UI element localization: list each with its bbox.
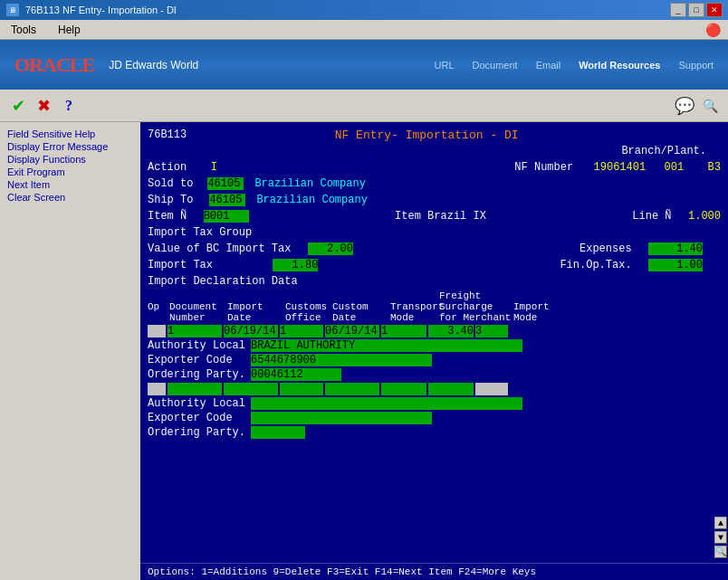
sidebar-field-sensitive-help[interactable]: Field Sensitive Help [7, 128, 133, 140]
help-button[interactable]: ? [58, 95, 80, 117]
sidebar-exit-program[interactable]: Exit Program [7, 166, 133, 178]
grid-data-row-1 [148, 325, 721, 338]
grid2-doc-input[interactable] [168, 383, 222, 395]
nav-support[interactable]: Support [678, 60, 714, 71]
col-freight-header: Freight Surcharge [439, 290, 512, 312]
line-n-label: Line Ñ [632, 210, 671, 223]
ordering-party-2-input[interactable] [251, 426, 305, 439]
col-custom-date-sub-header: Date [332, 312, 388, 323]
nav-url[interactable]: URL [435, 60, 455, 71]
authority-local-row-2: Authority Local [148, 397, 721, 410]
nf-number-part2: 001 [665, 161, 685, 174]
nav-document[interactable]: Document [473, 60, 518, 71]
exporter-code-1-input[interactable] [251, 354, 432, 366]
app-icon: 🖥 [5, 3, 20, 17]
nav-world-resources[interactable]: World Resources [579, 60, 660, 71]
col-freight-sub-header: for Merchant [439, 312, 512, 323]
col-import-date-header: Import [227, 301, 283, 312]
ship-to-code-input[interactable] [209, 194, 245, 206]
col-doc-number-header: Number [169, 312, 225, 323]
import-tax-row: Import Tax Fin.Op.Tax. [148, 258, 721, 272]
grid2-custom-date-input[interactable] [325, 383, 379, 395]
nf-number-label: NF Number [514, 161, 573, 174]
col-op-header2 [148, 312, 168, 323]
branch-plant-label: Branch/Plant. [621, 145, 706, 157]
grid-import-mode-input[interactable] [475, 325, 508, 338]
grid-customs-input[interactable] [280, 325, 323, 338]
grid-freight-input[interactable] [428, 325, 474, 338]
grid-header-row2: Number Date Office Date Mode for Merchan… [148, 312, 721, 323]
maximize-button[interactable]: □ [688, 3, 704, 17]
chat-icon: 💬 [675, 96, 694, 116]
sidebar-next-item[interactable]: Next Item [7, 178, 133, 191]
import-tax-group-row: Import Tax Group [148, 225, 721, 240]
grid-doc-input[interactable] [168, 325, 222, 338]
scroll-search-button[interactable]: 🔍 [714, 546, 727, 558]
ship-to-name[interactable]: Brazilian Company [256, 194, 367, 206]
chat-button[interactable]: 💬 [674, 95, 695, 117]
grid-custom-date-input[interactable] [325, 325, 379, 338]
title-bar-controls[interactable]: _ □ ✕ [670, 3, 723, 17]
grid-op-input[interactable] [148, 325, 166, 338]
grid-transport-input[interactable] [381, 325, 426, 338]
value-bc-input[interactable] [308, 242, 353, 255]
authority-local-1-label: Authority Local [148, 339, 247, 352]
branch-plant-row: Branch/Plant. [148, 144, 721, 158]
authority-local-2-input[interactable] [251, 397, 522, 410]
col-customs-header: Customs [285, 301, 330, 312]
question-icon: ? [65, 98, 72, 114]
import-tax-input[interactable] [273, 259, 318, 271]
search-button[interactable]: 🔍 [699, 95, 721, 117]
title-bar-text: 76B113 NF Entry- Importation - DI [25, 5, 177, 15]
check-button[interactable]: ✔ [7, 95, 29, 117]
item-n-input[interactable] [204, 210, 249, 223]
expenses-input[interactable] [648, 242, 703, 255]
bottom-bar: Options: 1=Additions 9=Delete F3=Exit F1… [140, 563, 728, 580]
scroll-up-button[interactable]: ▲ [714, 517, 727, 529]
exporter-code-row-2: Exporter Code [148, 412, 721, 424]
close-button[interactable]: ✕ [706, 3, 723, 17]
import-decl-label: Import Declaration Data [148, 275, 298, 288]
sidebar-clear-screen[interactable]: Clear Screen [7, 191, 133, 204]
grid2-customs-input[interactable] [280, 383, 323, 395]
cancel-button[interactable]: ✖ [33, 95, 54, 117]
ordering-party-row-1: Ordering Party. [148, 368, 721, 381]
ordering-party-1-input[interactable] [251, 368, 341, 381]
nav-email[interactable]: Email [536, 60, 561, 71]
col-import-date-sub-header: Date [227, 312, 283, 323]
title-row: 76B113 NF Entry- Importation - DI [148, 128, 721, 142]
sidebar-display-functions[interactable]: Display Functions [7, 153, 133, 166]
ship-to-label: Ship To [148, 194, 193, 206]
exporter-code-1-label: Exporter Code [148, 354, 247, 366]
ship-to-row: Ship To Brazilian Company [148, 193, 721, 207]
fin-op-tax-label: Fin.Op.Tax. [560, 259, 631, 271]
sold-to-name[interactable]: Brazilian Company [254, 177, 365, 190]
grid2-import-mode-input[interactable] [475, 383, 508, 395]
import-decl-row: Import Declaration Data [148, 274, 721, 289]
sold-to-code-input[interactable] [207, 177, 244, 190]
sidebar: Field Sensitive Help Display Error Messa… [0, 122, 140, 580]
authority-local-1-input[interactable] [251, 339, 522, 352]
grid2-transport-input[interactable] [381, 383, 426, 395]
exporter-code-row-1: Exporter Code [148, 354, 721, 366]
scroll-down-button[interactable]: ▼ [714, 531, 727, 544]
fin-op-tax-input[interactable] [648, 259, 703, 271]
program-id: 76B113 [148, 128, 187, 141]
grid-import-date-input[interactable] [224, 325, 278, 338]
grid2-op-input[interactable] [148, 383, 166, 395]
value-bc-row: Value of BC Import Tax Expenses [148, 242, 721, 256]
sold-to-row: Sold to Brazilian Company [148, 176, 721, 191]
grid-data-row-2 [148, 383, 721, 395]
authority-local-2-label: Authority Local [148, 397, 247, 410]
grid-header-row1: Op Document Import Customs Custom Transp… [148, 290, 721, 312]
exporter-code-2-input[interactable] [251, 412, 432, 424]
action-row: Action I NF Number 19061401 001 B3 [148, 160, 721, 175]
grid2-import-date-input[interactable] [224, 383, 278, 395]
oracle-logo: ORACLE JD Edwards World [14, 53, 198, 77]
menu-tools[interactable]: Tools [7, 22, 40, 38]
sidebar-display-error-message[interactable]: Display Error Message [7, 140, 133, 153]
minimize-button[interactable]: _ [670, 3, 686, 17]
grid2-freight-input[interactable] [428, 383, 474, 395]
item-brazil-label: Item Brazil IX [395, 210, 486, 223]
menu-help[interactable]: Help [54, 22, 84, 38]
